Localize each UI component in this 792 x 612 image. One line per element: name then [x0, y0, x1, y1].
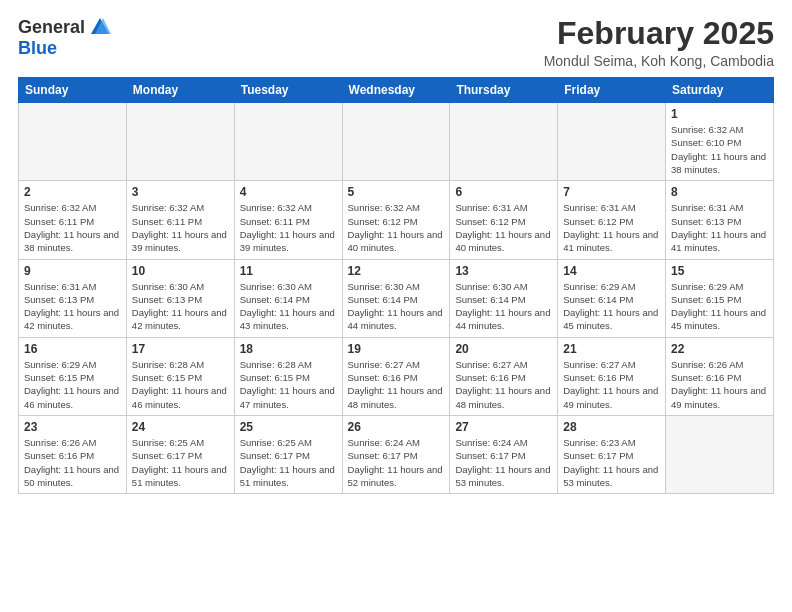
location-title: Mondul Seima, Koh Kong, Cambodia [544, 53, 774, 69]
day-info: Sunrise: 6:32 AM Sunset: 6:11 PM Dayligh… [132, 201, 229, 254]
table-row [342, 103, 450, 181]
day-number: 9 [24, 264, 121, 278]
day-info: Sunrise: 6:32 AM Sunset: 6:11 PM Dayligh… [24, 201, 121, 254]
col-monday: Monday [126, 78, 234, 103]
table-row: 28Sunrise: 6:23 AM Sunset: 6:17 PM Dayli… [558, 415, 666, 493]
day-info: Sunrise: 6:28 AM Sunset: 6:15 PM Dayligh… [240, 358, 337, 411]
table-row: 21Sunrise: 6:27 AM Sunset: 6:16 PM Dayli… [558, 337, 666, 415]
day-info: Sunrise: 6:28 AM Sunset: 6:15 PM Dayligh… [132, 358, 229, 411]
day-number: 17 [132, 342, 229, 356]
day-info: Sunrise: 6:31 AM Sunset: 6:13 PM Dayligh… [24, 280, 121, 333]
day-number: 26 [348, 420, 445, 434]
day-info: Sunrise: 6:25 AM Sunset: 6:17 PM Dayligh… [132, 436, 229, 489]
day-number: 2 [24, 185, 121, 199]
table-row: 26Sunrise: 6:24 AM Sunset: 6:17 PM Dayli… [342, 415, 450, 493]
table-row [126, 103, 234, 181]
day-number: 11 [240, 264, 337, 278]
day-number: 16 [24, 342, 121, 356]
day-number: 21 [563, 342, 660, 356]
day-number: 3 [132, 185, 229, 199]
day-info: Sunrise: 6:30 AM Sunset: 6:13 PM Dayligh… [132, 280, 229, 333]
col-thursday: Thursday [450, 78, 558, 103]
table-row: 14Sunrise: 6:29 AM Sunset: 6:14 PM Dayli… [558, 259, 666, 337]
calendar-week-row: 23Sunrise: 6:26 AM Sunset: 6:16 PM Dayli… [19, 415, 774, 493]
day-info: Sunrise: 6:32 AM Sunset: 6:10 PM Dayligh… [671, 123, 768, 176]
day-info: Sunrise: 6:27 AM Sunset: 6:16 PM Dayligh… [455, 358, 552, 411]
day-number: 6 [455, 185, 552, 199]
table-row: 3Sunrise: 6:32 AM Sunset: 6:11 PM Daylig… [126, 181, 234, 259]
table-row: 4Sunrise: 6:32 AM Sunset: 6:11 PM Daylig… [234, 181, 342, 259]
day-number: 28 [563, 420, 660, 434]
day-number: 7 [563, 185, 660, 199]
col-wednesday: Wednesday [342, 78, 450, 103]
day-info: Sunrise: 6:29 AM Sunset: 6:15 PM Dayligh… [24, 358, 121, 411]
table-row: 13Sunrise: 6:30 AM Sunset: 6:14 PM Dayli… [450, 259, 558, 337]
col-saturday: Saturday [666, 78, 774, 103]
day-info: Sunrise: 6:26 AM Sunset: 6:16 PM Dayligh… [24, 436, 121, 489]
table-row: 7Sunrise: 6:31 AM Sunset: 6:12 PM Daylig… [558, 181, 666, 259]
day-info: Sunrise: 6:27 AM Sunset: 6:16 PM Dayligh… [348, 358, 445, 411]
table-row: 20Sunrise: 6:27 AM Sunset: 6:16 PM Dayli… [450, 337, 558, 415]
calendar-week-row: 9Sunrise: 6:31 AM Sunset: 6:13 PM Daylig… [19, 259, 774, 337]
day-info: Sunrise: 6:32 AM Sunset: 6:12 PM Dayligh… [348, 201, 445, 254]
table-row: 15Sunrise: 6:29 AM Sunset: 6:15 PM Dayli… [666, 259, 774, 337]
table-row [450, 103, 558, 181]
day-info: Sunrise: 6:26 AM Sunset: 6:16 PM Dayligh… [671, 358, 768, 411]
day-info: Sunrise: 6:32 AM Sunset: 6:11 PM Dayligh… [240, 201, 337, 254]
page: General Blue February 2025 Mondul Seima,… [0, 0, 792, 612]
table-row: 18Sunrise: 6:28 AM Sunset: 6:15 PM Dayli… [234, 337, 342, 415]
day-info: Sunrise: 6:29 AM Sunset: 6:15 PM Dayligh… [671, 280, 768, 333]
day-number: 25 [240, 420, 337, 434]
calendar-table: Sunday Monday Tuesday Wednesday Thursday… [18, 77, 774, 494]
table-row: 10Sunrise: 6:30 AM Sunset: 6:13 PM Dayli… [126, 259, 234, 337]
logo-icon [89, 16, 111, 38]
table-row: 11Sunrise: 6:30 AM Sunset: 6:14 PM Dayli… [234, 259, 342, 337]
table-row: 23Sunrise: 6:26 AM Sunset: 6:16 PM Dayli… [19, 415, 127, 493]
table-row: 25Sunrise: 6:25 AM Sunset: 6:17 PM Dayli… [234, 415, 342, 493]
day-number: 8 [671, 185, 768, 199]
calendar-week-row: 2Sunrise: 6:32 AM Sunset: 6:11 PM Daylig… [19, 181, 774, 259]
table-row: 16Sunrise: 6:29 AM Sunset: 6:15 PM Dayli… [19, 337, 127, 415]
day-number: 13 [455, 264, 552, 278]
day-info: Sunrise: 6:25 AM Sunset: 6:17 PM Dayligh… [240, 436, 337, 489]
day-info: Sunrise: 6:29 AM Sunset: 6:14 PM Dayligh… [563, 280, 660, 333]
day-number: 20 [455, 342, 552, 356]
day-info: Sunrise: 6:27 AM Sunset: 6:16 PM Dayligh… [563, 358, 660, 411]
day-number: 24 [132, 420, 229, 434]
day-number: 23 [24, 420, 121, 434]
table-row: 19Sunrise: 6:27 AM Sunset: 6:16 PM Dayli… [342, 337, 450, 415]
col-tuesday: Tuesday [234, 78, 342, 103]
day-number: 19 [348, 342, 445, 356]
day-info: Sunrise: 6:31 AM Sunset: 6:12 PM Dayligh… [455, 201, 552, 254]
table-row [666, 415, 774, 493]
day-info: Sunrise: 6:24 AM Sunset: 6:17 PM Dayligh… [455, 436, 552, 489]
day-info: Sunrise: 6:24 AM Sunset: 6:17 PM Dayligh… [348, 436, 445, 489]
day-info: Sunrise: 6:30 AM Sunset: 6:14 PM Dayligh… [240, 280, 337, 333]
table-row: 2Sunrise: 6:32 AM Sunset: 6:11 PM Daylig… [19, 181, 127, 259]
day-number: 14 [563, 264, 660, 278]
day-number: 27 [455, 420, 552, 434]
day-number: 4 [240, 185, 337, 199]
table-row: 17Sunrise: 6:28 AM Sunset: 6:15 PM Dayli… [126, 337, 234, 415]
col-sunday: Sunday [19, 78, 127, 103]
table-row: 24Sunrise: 6:25 AM Sunset: 6:17 PM Dayli… [126, 415, 234, 493]
day-info: Sunrise: 6:30 AM Sunset: 6:14 PM Dayligh… [348, 280, 445, 333]
table-row: 22Sunrise: 6:26 AM Sunset: 6:16 PM Dayli… [666, 337, 774, 415]
day-info: Sunrise: 6:23 AM Sunset: 6:17 PM Dayligh… [563, 436, 660, 489]
logo: General Blue [18, 16, 111, 59]
table-row: 27Sunrise: 6:24 AM Sunset: 6:17 PM Dayli… [450, 415, 558, 493]
day-number: 15 [671, 264, 768, 278]
logo-blue-text: Blue [18, 38, 57, 59]
title-block: February 2025 Mondul Seima, Koh Kong, Ca… [544, 16, 774, 69]
table-row: 1Sunrise: 6:32 AM Sunset: 6:10 PM Daylig… [666, 103, 774, 181]
day-number: 10 [132, 264, 229, 278]
table-row [558, 103, 666, 181]
calendar-week-row: 1Sunrise: 6:32 AM Sunset: 6:10 PM Daylig… [19, 103, 774, 181]
day-info: Sunrise: 6:31 AM Sunset: 6:12 PM Dayligh… [563, 201, 660, 254]
day-info: Sunrise: 6:30 AM Sunset: 6:14 PM Dayligh… [455, 280, 552, 333]
month-title: February 2025 [544, 16, 774, 51]
header: General Blue February 2025 Mondul Seima,… [18, 16, 774, 69]
table-row: 5Sunrise: 6:32 AM Sunset: 6:12 PM Daylig… [342, 181, 450, 259]
day-number: 5 [348, 185, 445, 199]
table-row: 12Sunrise: 6:30 AM Sunset: 6:14 PM Dayli… [342, 259, 450, 337]
